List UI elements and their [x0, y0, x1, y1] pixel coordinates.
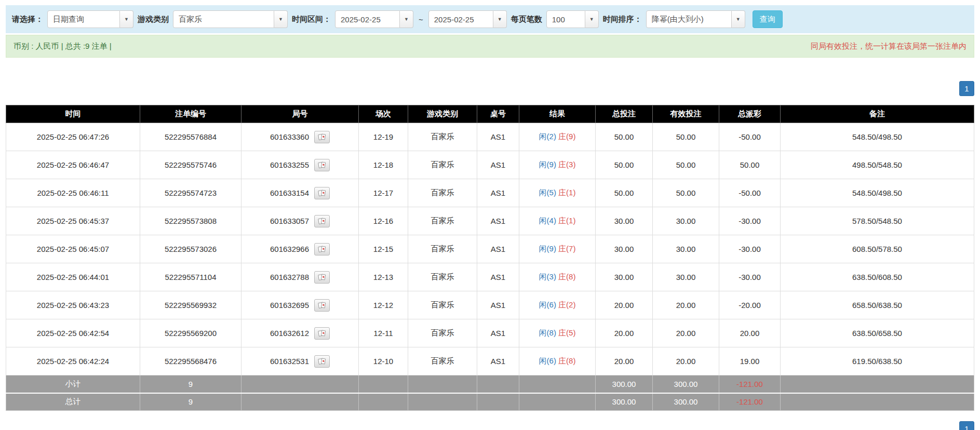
col-payout: 总派彩	[719, 105, 781, 123]
cell-payout: -50.00	[719, 123, 781, 151]
round-number: 601633057	[270, 217, 309, 225]
game-category-dropdown-button[interactable]: ▼	[274, 10, 288, 28]
cell-payout: -50.00	[719, 179, 781, 207]
cell-remark: 619.50/638.50	[781, 347, 974, 375]
result-player: 闲(4)	[539, 216, 556, 225]
cell-valid-bet: 30.00	[653, 235, 719, 263]
cell-session: 12-17	[359, 179, 408, 207]
result-player: 闲(3)	[539, 272, 556, 281]
view-round-result-button[interactable]	[314, 131, 330, 143]
col-round: 局号	[241, 105, 359, 123]
date-from-input[interactable]	[335, 10, 400, 28]
view-round-result-button[interactable]	[314, 327, 330, 340]
round-number: 601633360	[270, 132, 309, 141]
cell-payout: 20.00	[719, 319, 781, 347]
result-banker: 庄(9)	[558, 132, 575, 141]
cell-result: 闲(4) 庄(1)	[519, 207, 596, 235]
cell-total-bet[interactable]: 50.00	[596, 151, 653, 179]
cell-time: 2025-02-25 06:45:37	[6, 207, 140, 235]
date-to-input[interactable]	[428, 10, 493, 28]
date-range-separator: ~	[418, 15, 424, 24]
cell-table-no: AS1	[477, 207, 519, 235]
cell-total-bet[interactable]: 20.00	[596, 291, 653, 319]
view-round-result-button[interactable]	[314, 243, 330, 256]
view-round-result-button[interactable]	[314, 159, 330, 171]
cell-bet-id: 522295571104	[140, 263, 241, 291]
cell-session: 12-19	[359, 123, 408, 151]
total-empty	[519, 393, 596, 411]
sort-order-dropdown-button[interactable]: ▼	[732, 10, 745, 28]
cell-time: 2025-02-25 06:43:23	[6, 291, 140, 319]
cell-valid-bet: 50.00	[653, 179, 719, 207]
view-round-result-button[interactable]	[314, 187, 330, 199]
page-button-1[interactable]: 1	[959, 421, 974, 430]
cell-table-no: AS1	[477, 151, 519, 179]
view-round-result-button[interactable]	[314, 299, 330, 312]
caret-down-icon: ▼	[589, 17, 594, 22]
query-type-dropdown-button[interactable]: ▼	[120, 10, 133, 28]
page-size-input[interactable]	[546, 10, 585, 28]
total-row: 总计 9 300.00 300.00 -121.00	[6, 393, 974, 411]
cell-total-bet[interactable]: 20.00	[596, 319, 653, 347]
cell-total-bet[interactable]: 50.00	[596, 179, 653, 207]
query-type-combo: ▼	[47, 10, 133, 28]
cell-bet-id: 522295575746	[140, 151, 241, 179]
result-banker: 庄(5)	[558, 328, 575, 337]
cell-remark: 658.50/638.50	[781, 291, 974, 319]
date-from-dropdown-button[interactable]: ▼	[400, 10, 413, 28]
round-wrap: 601633154	[270, 187, 330, 199]
select-label: 请选择：	[12, 15, 43, 24]
cell-game-type: 百家乐	[408, 151, 477, 179]
round-number: 601633154	[270, 189, 309, 197]
subtotal-payout: -121.00	[719, 375, 781, 393]
header-row: 时间 注单编号 局号 场次 游戏类别 桌号 结果 总投注 有效投注 总派彩 备注	[6, 105, 974, 123]
subtotal-empty	[519, 375, 596, 393]
cell-remark: 548.50/498.50	[781, 123, 974, 151]
subtotal-empty	[241, 375, 359, 393]
round-number: 601632788	[270, 273, 309, 281]
query-type-input[interactable]	[47, 10, 120, 28]
table-row: 2025-02-25 06:43:23522295569932601632695…	[6, 291, 974, 319]
total-empty	[241, 393, 359, 411]
table-row: 2025-02-25 06:47:26522295576884601633360…	[6, 123, 974, 151]
cell-game-type: 百家乐	[408, 235, 477, 263]
round-wrap: 601632966	[270, 243, 330, 256]
cell-round: 601632612	[241, 319, 359, 347]
sort-order-input[interactable]	[646, 10, 732, 28]
total-empty	[477, 393, 519, 411]
cell-table-no: AS1	[477, 123, 519, 151]
table-row: 2025-02-25 06:44:01522295571104601632788…	[6, 263, 974, 291]
query-button[interactable]: 查询	[753, 10, 783, 28]
page-size-dropdown-button[interactable]: ▼	[585, 10, 599, 28]
game-category-input[interactable]	[173, 10, 274, 28]
cell-total-bet[interactable]: 30.00	[596, 207, 653, 235]
cell-total-bet[interactable]: 20.00	[596, 347, 653, 375]
col-time: 时间	[6, 105, 140, 123]
view-round-result-button[interactable]	[314, 271, 330, 284]
subtotal-empty	[477, 375, 519, 393]
cell-total-bet[interactable]: 30.00	[596, 263, 653, 291]
cell-bet-id: 522295569200	[140, 319, 241, 347]
cell-result: 闲(2) 庄(9)	[519, 123, 596, 151]
caret-down-icon: ▼	[736, 17, 741, 22]
cell-game-type: 百家乐	[408, 347, 477, 375]
round-number: 601632612	[270, 329, 309, 338]
round-wrap: 601632788	[270, 271, 330, 284]
total-total-bet: 300.00	[596, 393, 653, 411]
page-size-combo: ▼	[546, 10, 599, 28]
date-to-dropdown-button[interactable]: ▼	[493, 10, 507, 28]
view-round-result-button[interactable]	[314, 215, 330, 227]
summary-bar: 币别 : 人民币 | 总共 :9 注单 | 同局有效投注，统一计算在该局第一张注…	[6, 35, 974, 58]
subtotal-empty	[408, 375, 477, 393]
page-button-1[interactable]: 1	[959, 81, 974, 96]
subtotal-total-bet: 300.00	[596, 375, 653, 393]
cell-remark: 638.50/608.50	[781, 263, 974, 291]
cell-total-bet[interactable]: 30.00	[596, 235, 653, 263]
cell-total-bet[interactable]: 50.00	[596, 123, 653, 151]
cell-remark: 578.50/548.50	[781, 207, 974, 235]
cell-remark: 498.50/548.50	[781, 151, 974, 179]
view-round-result-button[interactable]	[314, 355, 330, 368]
subtotal-empty	[781, 375, 974, 393]
cell-table-no: AS1	[477, 291, 519, 319]
round-wrap: 601633057	[270, 215, 330, 227]
